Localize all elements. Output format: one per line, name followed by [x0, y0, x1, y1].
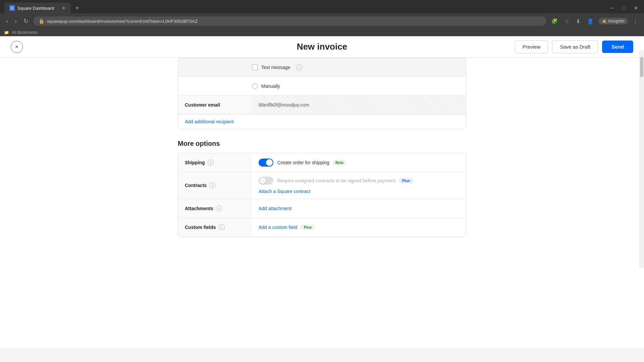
maximize-btn[interactable]: □ — [620, 4, 628, 13]
incognito-badge: 🕵 Incognito — [598, 18, 628, 24]
contracts-row: Contracts i Require unsigned contracts t… — [178, 172, 466, 199]
contracts-label: Contracts — [185, 183, 207, 188]
add-custom-field-link[interactable]: Add a custom field — [259, 225, 297, 230]
contracts-toggle-thumb — [259, 177, 266, 184]
attachments-info-icon[interactable]: i — [216, 205, 222, 212]
extensions-btn[interactable]: 🧩 — [549, 17, 560, 26]
shipping-value-cell: Create order for shipping Beta — [252, 153, 466, 172]
tab-title: Square Dashboard — [17, 6, 54, 11]
contracts-placeholder: Require unsigned contracts to be signed … — [277, 178, 395, 183]
customer-email-label-cell: Customer email — [178, 96, 252, 114]
menu-btn[interactable]: ⋮ — [631, 17, 640, 26]
contracts-label-cell: Contracts i — [178, 172, 252, 199]
custom-fields-plus-badge: Plus — [301, 225, 315, 230]
reload-btn[interactable]: ↻ — [21, 16, 31, 26]
app-content: × New invoice Preview Save as Draft Send… — [0, 36, 644, 348]
contracts-value-cell: Require unsigned contracts to be signed … — [252, 172, 466, 199]
tab-close-btn[interactable]: ✕ — [62, 5, 66, 11]
shipping-toggle-thumb — [266, 159, 273, 166]
text-message-option[interactable]: Text message i — [252, 64, 302, 70]
custom-fields-row: Custom fields i Add a custom field Plus — [178, 218, 466, 237]
window-close-btn[interactable]: ✕ — [632, 4, 640, 13]
url-bar[interactable]: 🔒 squarepup.com/dashboard/invoices/new?c… — [33, 16, 546, 26]
scrollbar-thumb[interactable] — [640, 57, 643, 77]
contracts-toggle[interactable] — [259, 177, 273, 185]
attachments-label-cell: Attachments i — [178, 199, 252, 218]
new-tab-button[interactable]: + — [72, 4, 82, 12]
custom-fields-label: Custom fields — [185, 225, 216, 230]
manually-option[interactable]: Manually — [252, 83, 280, 89]
contracts-info-icon[interactable]: i — [209, 182, 215, 188]
attachments-row: Attachments i Add attachment — [178, 199, 466, 218]
scrollbar-track[interactable] — [639, 50, 644, 268]
delivery-form: Text message i Manually Customer email — [178, 58, 466, 129]
manually-radio[interactable] — [252, 83, 258, 89]
profile-btn[interactable]: 👤 — [585, 17, 596, 26]
shipping-toggle-track[interactable] — [259, 159, 273, 167]
app-header: × New invoice Preview Save as Draft Send — [0, 36, 644, 58]
shipping-description: Create order for shipping — [277, 160, 329, 165]
customer-email-row: Customer email 88e4fb0f@moodjoy.com — [178, 96, 466, 114]
forward-btn[interactable]: › — [13, 16, 19, 26]
send-button[interactable]: Send — [602, 41, 633, 53]
add-recipient-link[interactable]: Add additional recipient — [185, 119, 234, 124]
add-recipient-row: Add additional recipient — [178, 114, 466, 129]
attachments-label: Attachments — [185, 206, 213, 211]
custom-fields-info-icon[interactable]: i — [219, 224, 225, 230]
contracts-plus-badge: Plus — [399, 178, 413, 183]
shipping-beta-badge: Beta — [333, 160, 346, 165]
shipping-info-icon[interactable]: i — [208, 160, 214, 166]
attachments-value-cell: Add attachment — [252, 199, 466, 218]
browser-tab[interactable]: S Square Dashboard ✕ — [4, 3, 71, 13]
page-title: New invoice — [297, 42, 347, 52]
custom-fields-label-cell: Custom fields i — [178, 218, 252, 237]
shipping-row: Shipping i Create order for shipping Bet… — [178, 153, 466, 172]
bookmark-btn[interactable]: ☆ — [562, 17, 571, 26]
manually-label: Manually — [261, 83, 280, 89]
manually-row: Manually — [178, 77, 466, 96]
shipping-label: Shipping — [185, 160, 205, 165]
contracts-top: Require unsigned contracts to be signed … — [259, 177, 413, 185]
more-options-title: More options — [178, 140, 466, 147]
back-btn[interactable]: ‹ — [4, 16, 10, 26]
minimize-btn[interactable]: ─ — [608, 4, 616, 13]
contracts-toggle-track[interactable] — [259, 177, 273, 185]
custom-fields-value-cell: Add a custom field Plus — [252, 218, 466, 237]
url-text: squarepup.com/dashboard/invoices/new?cur… — [47, 19, 198, 24]
preview-button[interactable]: Preview — [515, 40, 548, 53]
attach-contract-link[interactable]: Attach a Square contract — [259, 189, 310, 194]
tab-favicon: S — [9, 5, 15, 11]
add-attachment-link[interactable]: Add attachment — [259, 206, 291, 211]
customer-email-label: Customer email — [185, 102, 220, 108]
close-button[interactable]: × — [11, 41, 23, 53]
more-options-form: Shipping i Create order for shipping Bet… — [178, 153, 466, 237]
shipping-toggle[interactable] — [259, 159, 273, 167]
text-message-checkbox[interactable] — [252, 64, 258, 70]
text-message-label: Text message — [261, 65, 290, 70]
download-btn[interactable]: ⬇ — [574, 17, 582, 26]
bookmarks-bar: 📁 All Bookmarks — [0, 29, 644, 36]
save-draft-button[interactable]: Save as Draft — [552, 40, 598, 53]
header-actions: Preview Save as Draft Send — [515, 40, 633, 53]
main-content: Text message i Manually Customer email — [171, 58, 473, 237]
text-message-info-icon[interactable]: i — [296, 64, 302, 70]
shipping-label-cell: Shipping i — [178, 153, 252, 172]
close-icon: × — [15, 44, 18, 50]
text-message-row: Text message i — [178, 58, 466, 77]
customer-email-value: 88e4fb0f@moodjoy.com — [259, 102, 309, 108]
more-options-section: More options Shipping i Create o — [178, 140, 466, 237]
